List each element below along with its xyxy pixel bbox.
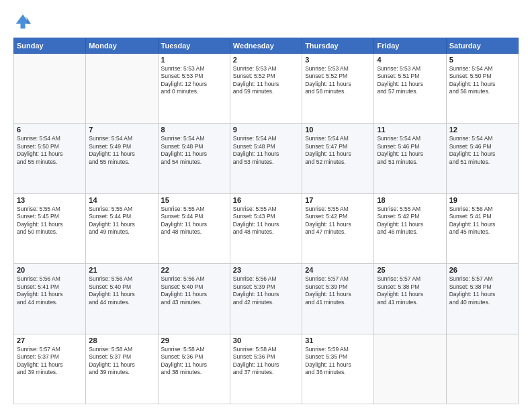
calendar-cell: 18Sunrise: 5:55 AM Sunset: 5:42 PM Dayli… — [374, 193, 446, 263]
day-number: 14 — [89, 196, 154, 204]
day-number: 1 — [161, 56, 227, 64]
calendar-week-row: 1Sunrise: 5:53 AM Sunset: 5:53 PM Daylig… — [14, 54, 519, 124]
day-number: 7 — [89, 126, 154, 134]
calendar-cell: 23Sunrise: 5:56 AM Sunset: 5:39 PM Dayli… — [230, 264, 302, 334]
calendar-cell: 24Sunrise: 5:57 AM Sunset: 5:39 PM Dayli… — [302, 264, 374, 334]
day-detail: Sunrise: 5:54 AM Sunset: 5:50 PM Dayligh… — [449, 65, 515, 96]
day-detail: Sunrise: 5:56 AM Sunset: 5:40 PM Dayligh… — [161, 275, 227, 306]
calendar-cell — [446, 334, 518, 404]
calendar-cell: 22Sunrise: 5:56 AM Sunset: 5:40 PM Dayli… — [158, 264, 230, 334]
day-number: 11 — [377, 126, 443, 134]
calendar-cell: 2Sunrise: 5:53 AM Sunset: 5:52 PM Daylig… — [230, 54, 302, 124]
day-detail: Sunrise: 5:58 AM Sunset: 5:36 PM Dayligh… — [161, 346, 227, 377]
calendar-cell — [14, 54, 86, 124]
day-detail: Sunrise: 5:57 AM Sunset: 5:38 PM Dayligh… — [449, 275, 515, 306]
calendar-week-row: 6Sunrise: 5:54 AM Sunset: 5:50 PM Daylig… — [14, 124, 519, 193]
calendar-cell: 4Sunrise: 5:53 AM Sunset: 5:51 PM Daylig… — [374, 54, 446, 124]
day-number: 31 — [305, 336, 371, 345]
day-number: 25 — [377, 266, 443, 274]
day-detail: Sunrise: 5:54 AM Sunset: 5:46 PM Dayligh… — [377, 135, 443, 166]
day-detail: Sunrise: 5:55 AM Sunset: 5:42 PM Dayligh… — [305, 205, 371, 236]
weekday-header: Thursday — [302, 38, 374, 54]
calendar-cell: 30Sunrise: 5:58 AM Sunset: 5:36 PM Dayli… — [230, 334, 302, 404]
day-detail: Sunrise: 5:59 AM Sunset: 5:35 PM Dayligh… — [305, 346, 371, 377]
calendar-cell: 15Sunrise: 5:55 AM Sunset: 5:44 PM Dayli… — [158, 193, 230, 263]
weekday-header: Friday — [374, 38, 446, 54]
calendar-cell: 10Sunrise: 5:54 AM Sunset: 5:47 PM Dayli… — [302, 124, 374, 193]
day-number: 17 — [305, 196, 371, 204]
day-number: 22 — [161, 266, 227, 274]
calendar-cell: 9Sunrise: 5:54 AM Sunset: 5:48 PM Daylig… — [230, 124, 302, 193]
day-detail: Sunrise: 5:58 AM Sunset: 5:36 PM Dayligh… — [233, 346, 299, 377]
day-number: 8 — [161, 126, 227, 134]
day-number: 13 — [17, 196, 83, 204]
day-number: 18 — [377, 196, 443, 204]
day-detail: Sunrise: 5:57 AM Sunset: 5:37 PM Dayligh… — [17, 346, 83, 377]
day-number: 21 — [89, 266, 154, 274]
day-number: 15 — [161, 196, 227, 204]
weekday-header: Tuesday — [158, 38, 230, 54]
calendar-week-row: 13Sunrise: 5:55 AM Sunset: 5:45 PM Dayli… — [14, 193, 519, 263]
calendar-cell: 27Sunrise: 5:57 AM Sunset: 5:37 PM Dayli… — [14, 334, 86, 404]
calendar-cell: 1Sunrise: 5:53 AM Sunset: 5:53 PM Daylig… — [158, 54, 230, 124]
day-detail: Sunrise: 5:57 AM Sunset: 5:38 PM Dayligh… — [377, 275, 443, 306]
day-detail: Sunrise: 5:55 AM Sunset: 5:45 PM Dayligh… — [17, 205, 83, 236]
logo — [13, 12, 35, 31]
calendar-cell: 8Sunrise: 5:54 AM Sunset: 5:48 PM Daylig… — [158, 124, 230, 193]
calendar-cell: 26Sunrise: 5:57 AM Sunset: 5:38 PM Dayli… — [446, 264, 518, 334]
calendar-cell: 7Sunrise: 5:54 AM Sunset: 5:49 PM Daylig… — [86, 124, 158, 193]
day-detail: Sunrise: 5:53 AM Sunset: 5:51 PM Dayligh… — [377, 65, 443, 96]
calendar-cell: 19Sunrise: 5:56 AM Sunset: 5:41 PM Dayli… — [446, 193, 518, 263]
calendar-cell: 14Sunrise: 5:55 AM Sunset: 5:44 PM Dayli… — [86, 193, 158, 263]
calendar-cell: 12Sunrise: 5:54 AM Sunset: 5:46 PM Dayli… — [446, 124, 518, 193]
logo-icon — [13, 12, 32, 31]
day-detail: Sunrise: 5:57 AM Sunset: 5:39 PM Dayligh… — [305, 275, 371, 306]
day-detail: Sunrise: 5:56 AM Sunset: 5:41 PM Dayligh… — [449, 205, 515, 236]
calendar-cell: 17Sunrise: 5:55 AM Sunset: 5:42 PM Dayli… — [302, 193, 374, 263]
calendar-cell: 28Sunrise: 5:58 AM Sunset: 5:37 PM Dayli… — [86, 334, 158, 404]
day-number: 3 — [305, 56, 371, 64]
day-number: 30 — [233, 336, 299, 345]
calendar-cell: 21Sunrise: 5:56 AM Sunset: 5:40 PM Dayli… — [86, 264, 158, 334]
day-detail: Sunrise: 5:54 AM Sunset: 5:48 PM Dayligh… — [233, 135, 299, 166]
calendar-cell: 31Sunrise: 5:59 AM Sunset: 5:35 PM Dayli… — [302, 334, 374, 404]
day-number: 24 — [305, 266, 371, 274]
day-detail: Sunrise: 5:56 AM Sunset: 5:39 PM Dayligh… — [233, 275, 299, 306]
day-detail: Sunrise: 5:53 AM Sunset: 5:53 PM Dayligh… — [161, 65, 227, 96]
day-detail: Sunrise: 5:53 AM Sunset: 5:52 PM Dayligh… — [305, 65, 371, 96]
day-detail: Sunrise: 5:54 AM Sunset: 5:50 PM Dayligh… — [17, 135, 83, 166]
day-detail: Sunrise: 5:54 AM Sunset: 5:47 PM Dayligh… — [305, 135, 371, 166]
day-detail: Sunrise: 5:58 AM Sunset: 5:37 PM Dayligh… — [89, 346, 154, 377]
calendar-cell: 25Sunrise: 5:57 AM Sunset: 5:38 PM Dayli… — [374, 264, 446, 334]
day-number: 4 — [377, 56, 443, 64]
day-detail: Sunrise: 5:53 AM Sunset: 5:52 PM Dayligh… — [233, 65, 299, 96]
day-detail: Sunrise: 5:55 AM Sunset: 5:44 PM Dayligh… — [161, 205, 227, 236]
day-detail: Sunrise: 5:56 AM Sunset: 5:40 PM Dayligh… — [89, 275, 154, 306]
calendar-cell: 11Sunrise: 5:54 AM Sunset: 5:46 PM Dayli… — [374, 124, 446, 193]
day-detail: Sunrise: 5:55 AM Sunset: 5:44 PM Dayligh… — [89, 205, 154, 236]
calendar-cell — [86, 54, 158, 124]
day-number: 23 — [233, 266, 299, 274]
day-detail: Sunrise: 5:56 AM Sunset: 5:41 PM Dayligh… — [17, 275, 83, 306]
calendar-header-row: SundayMondayTuesdayWednesdayThursdayFrid… — [14, 38, 519, 54]
day-number: 9 — [233, 126, 299, 134]
weekday-header: Monday — [86, 38, 158, 54]
day-number: 12 — [449, 126, 515, 134]
calendar-cell: 5Sunrise: 5:54 AM Sunset: 5:50 PM Daylig… — [446, 54, 518, 124]
day-detail: Sunrise: 5:55 AM Sunset: 5:42 PM Dayligh… — [377, 205, 443, 236]
page: SundayMondayTuesdayWednesdayThursdayFrid… — [0, 0, 532, 411]
day-number: 29 — [161, 336, 227, 345]
calendar-cell: 20Sunrise: 5:56 AM Sunset: 5:41 PM Dayli… — [14, 264, 86, 334]
calendar-table: SundayMondayTuesdayWednesdayThursdayFrid… — [13, 38, 519, 404]
day-number: 20 — [17, 266, 83, 274]
day-number: 16 — [233, 196, 299, 204]
day-number: 27 — [17, 336, 83, 345]
calendar-cell: 29Sunrise: 5:58 AM Sunset: 5:36 PM Dayli… — [158, 334, 230, 404]
calendar-week-row: 20Sunrise: 5:56 AM Sunset: 5:41 PM Dayli… — [14, 264, 519, 334]
weekday-header: Saturday — [446, 38, 518, 54]
calendar-cell: 6Sunrise: 5:54 AM Sunset: 5:50 PM Daylig… — [14, 124, 86, 193]
calendar-cell: 13Sunrise: 5:55 AM Sunset: 5:45 PM Dayli… — [14, 193, 86, 263]
calendar-cell: 3Sunrise: 5:53 AM Sunset: 5:52 PM Daylig… — [302, 54, 374, 124]
weekday-header: Wednesday — [230, 38, 302, 54]
weekday-header: Sunday — [14, 38, 86, 54]
